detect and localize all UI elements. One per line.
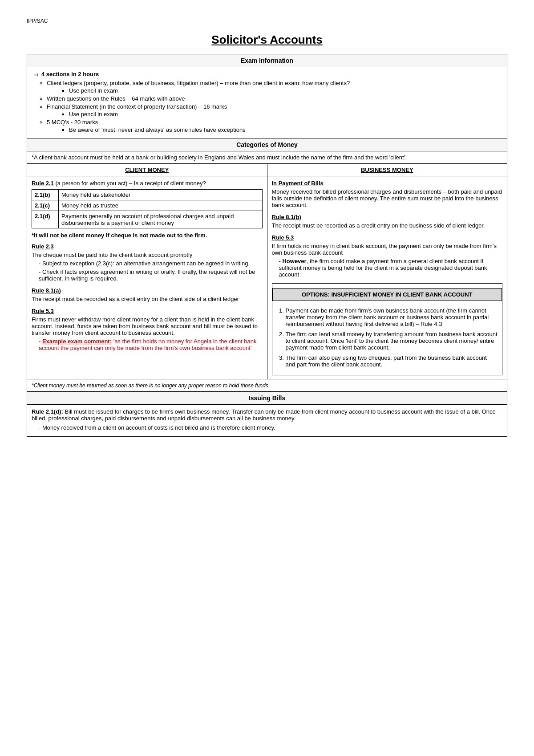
option-3: The firm can also pay using two cheques,…	[286, 354, 498, 368]
exam-item-1: Client ledgers (property, probate, sale …	[47, 80, 501, 94]
client-money-header: CLIENT MONEY	[27, 164, 267, 176]
example-list: Example exam comment: 'as the firm holds…	[32, 338, 263, 351]
issuing-bills-rule: Rule 2.1(d): Bill must be issued for cha…	[32, 408, 502, 422]
exam-item-4: 5 MCQ's - 20 marks Be aware of 'must, ne…	[47, 119, 501, 133]
rule-2-1-table: 2.1(b) Money held as stakeholder 2.1(c) …	[32, 189, 263, 228]
label-2-1c: 2.1(c)	[32, 200, 59, 211]
business-money-header: BUSINESS MONEY	[267, 164, 507, 176]
exam-intro: 4 sections in 2 hours	[41, 71, 99, 77]
cheque-note: *It will not be client money if cheque i…	[32, 232, 263, 239]
inner-row-2-1d: 2.1(d) Payments generally on account of …	[32, 211, 263, 228]
rule-5-3-bullet-text: the firm could make a payment from a gen…	[279, 258, 487, 278]
categories-intro-row: *A client bank account must be held at a…	[27, 151, 507, 164]
rule-2-3-bullet-2: Check if facts express agreement in writ…	[39, 268, 263, 282]
example-label: Example exam comment:	[42, 338, 112, 345]
exam-sub-4-1: Be aware of 'must, never and always' as …	[69, 126, 501, 133]
rule-2-3-bullet-1: Subject to exception (2.3(c): an alterna…	[39, 260, 263, 267]
categories-header-row: Categories of Money	[27, 138, 507, 151]
exam-info-content-row: ⇒ 4 sections in 2 hours Client ledgers (…	[27, 67, 507, 138]
two-col-content-row: Rule 2.1 (a person for whom you act) – I…	[27, 176, 507, 379]
footer-note: *Client money must be returned as soon a…	[32, 382, 268, 389]
in-payment-title: In Payment of Bills	[272, 180, 503, 187]
option-2: The firm can lend small money by transfe…	[286, 331, 498, 351]
rule-5-3-business-bullet: However, the firm could make a payment f…	[279, 258, 503, 278]
exam-sub-3-1: Use pencil in exam	[69, 111, 501, 118]
main-table: Exam Information ⇒ 4 sections in 2 hours…	[27, 54, 507, 437]
rule-2-1-title: Rule 2.1 (a person for whom you act) – I…	[32, 180, 206, 187]
example-item: Example exam comment: 'as the firm holds…	[39, 338, 263, 351]
label-2-1d: 2.1(d)	[32, 211, 59, 228]
text-2-1b: Money held as stakeholder	[59, 190, 263, 200]
options-section: OPTIONS: INSUFFICIENT MONEY IN CLIENT BA…	[272, 283, 503, 375]
exam-sub-1-1: Use pencil in exam	[69, 87, 501, 94]
exam-item-1-sub: Use pencil in exam	[47, 87, 501, 94]
rule-5-3-title-client: Rule 5.3	[32, 308, 263, 314]
issuing-bills-list: Money received from a client on account …	[32, 424, 502, 431]
options-header: OPTIONS: INSUFFICIENT MONEY IN CLIENT BA…	[272, 288, 502, 301]
rule-2-1d-text: Bill must be issued for charges to be fi…	[32, 408, 496, 422]
client-money-col: Rule 2.1 (a person for whom you act) – I…	[27, 176, 267, 379]
exam-items-list: Client ledgers (property, probate, sale …	[33, 80, 501, 133]
issuing-bills-header: Issuing Bills	[249, 394, 285, 402]
col-headers-row: CLIENT MONEY BUSINESS MONEY	[27, 164, 507, 176]
rule-2-3-title: Rule 2.3	[32, 243, 263, 250]
rule-5-3-title-business: Rule 5.3	[272, 234, 503, 241]
exam-info-header: Exam Information	[241, 57, 293, 64]
text-2-1c: Money held as trustee	[59, 200, 263, 211]
categories-header: Categories of Money	[236, 141, 298, 148]
rule-8-1a-title: Rule 8.1(a)	[32, 287, 263, 294]
rule-8-1a-text: The receipt must be recorded as a credit…	[32, 296, 239, 302]
issuing-bills-header-row: Issuing Bills	[27, 392, 507, 405]
arrow-icon: ⇒	[33, 71, 39, 78]
rule-2-1d-label: Rule 2.1(d):	[32, 408, 63, 415]
categories-intro: *A client bank account must be held at a…	[32, 154, 407, 161]
exam-info-header-row: Exam Information	[27, 54, 507, 67]
ipp-label: IPP/SAC	[27, 18, 507, 24]
rule-8-1b-text: The receipt must be recorded as a credit…	[272, 222, 485, 229]
rule-2-3-bullets: Subject to exception (2.3(c): an alterna…	[32, 260, 263, 282]
business-money-col: In Payment of Bills Money received for b…	[267, 176, 507, 379]
issuing-bills-content-row: Rule 2.1(d): Bill must be issued for cha…	[27, 405, 507, 437]
inner-row-2-1b: 2.1(b) Money held as stakeholder	[32, 190, 263, 200]
issuing-bills-bullet: Money received from a client on account …	[39, 424, 502, 431]
inner-row-2-1c: 2.1(c) Money held as trustee	[32, 200, 263, 211]
text-2-1d: Payments generally on account of profess…	[59, 211, 263, 228]
exam-item-2: Written questions on the Rules – 64 mark…	[47, 95, 501, 102]
option-1: Payment can be made from firm's own busi…	[286, 307, 498, 327]
page-title: Solicitor's Accounts	[27, 33, 507, 47]
options-list: Payment can be made from firm's own busi…	[277, 307, 498, 368]
exam-item-4-sub: Be aware of 'must, never and always' as …	[47, 126, 501, 133]
footer-note-row: *Client money must be returned as soon a…	[27, 379, 507, 392]
rule-2-3-text: The cheque must be paid into the client …	[32, 252, 192, 258]
rule-5-3-business-bullets: However, the firm could make a payment f…	[272, 258, 503, 278]
label-2-1b: 2.1(b)	[32, 190, 59, 200]
exam-item-3: Financial Statement (in the context of p…	[47, 103, 501, 118]
rule-5-3-text-business: If firm holds no money in client bank ac…	[272, 243, 497, 256]
in-payment-text: Money received for billed professional c…	[272, 188, 502, 208]
rule-5-3-text-client: Firms must never withdraw more client mo…	[32, 316, 258, 336]
exam-item-3-sub: Use pencil in exam	[47, 111, 501, 118]
rule-8-1b-title: Rule 8.1(b)	[272, 214, 503, 220]
